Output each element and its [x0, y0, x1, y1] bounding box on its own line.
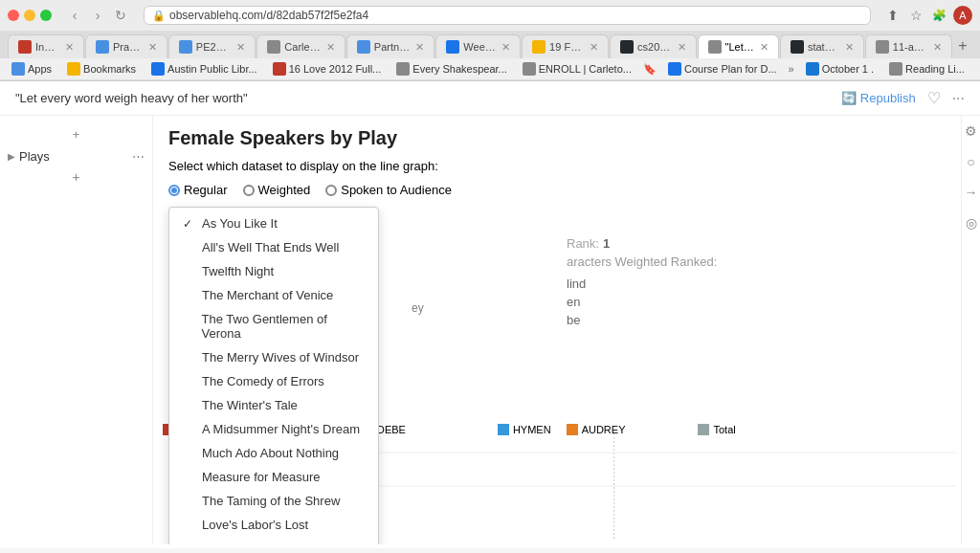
maximize-button[interactable]	[40, 10, 52, 21]
page-content: "Let every word weigh heavy of her worth…	[0, 81, 980, 548]
dropdown-item-label: The Merchant of Venice	[202, 288, 333, 302]
tab-close-icon[interactable]: ✕	[933, 41, 942, 54]
extension-icon[interactable]: 🧩	[930, 7, 947, 24]
dropdown-item-twelfth-night[interactable]: Twelfth Night	[169, 259, 378, 283]
tab-partners[interactable]: Partners... ✕	[346, 34, 435, 58]
tab-stat220[interactable]: stat220... ✕	[780, 34, 864, 58]
bookmark-shakespeare[interactable]: Every Shakespear...	[392, 61, 510, 77]
dropdown-item-label: Love's Labor's Lost	[202, 518, 308, 532]
republish-label: Republish	[860, 91, 916, 105]
sidebar-plays-item[interactable]: ▶ Plays ⋯	[0, 145, 152, 167]
sidebar-add-top[interactable]: +	[0, 123, 152, 145]
tab-close-icon[interactable]: ✕	[65, 41, 74, 54]
heart-icon[interactable]: ♡	[927, 89, 941, 107]
bookmark-october[interactable]: October 1 .	[802, 61, 878, 77]
dropdown-item-winters-tale[interactable]: The Winter's Tale	[169, 393, 378, 417]
bookmark-apps[interactable]: Apps	[8, 61, 56, 77]
tab-19func[interactable]: 19 Func... ✕	[522, 34, 609, 58]
close-button[interactable]	[8, 10, 19, 21]
dropdown-item-taming-shrew[interactable]: The Taming of the Shrew	[169, 489, 378, 513]
dropdown-item-merchant-venice[interactable]: The Merchant of Venice	[169, 283, 378, 307]
tab-label: 19 Func...	[549, 41, 584, 53]
dropdown-item-measure[interactable]: Measure for Measure	[169, 465, 378, 489]
circle2-panel-icon[interactable]: ◎	[966, 215, 977, 231]
bookmark-label: Bookmarks	[83, 63, 136, 75]
more-options-icon[interactable]: ···	[952, 90, 965, 107]
rank-label-right: Rank:	[567, 236, 599, 251]
bookmarks-icon	[67, 62, 80, 76]
toolbar-icons: ⬆ ☆ 🧩 A	[884, 6, 972, 25]
dropdown-item-label: Measure for Measure	[202, 470, 321, 484]
tab-label: Carleton...	[284, 41, 321, 53]
tab-label: stat220...	[808, 41, 839, 53]
tab-close-icon[interactable]: ✕	[678, 41, 686, 54]
video-icon	[273, 62, 286, 76]
tab-week5[interactable]: Week 5... ✕	[435, 34, 521, 58]
tab-close-icon[interactable]: ✕	[845, 41, 854, 54]
dropdown-item-merry-wives[interactable]: The Merry Wives of Windsor	[169, 345, 378, 369]
bookmark-star-icon[interactable]: ☆	[907, 7, 924, 24]
settings-panel-icon[interactable]: ⚙	[965, 123, 977, 139]
tab-close-icon[interactable]: ✕	[501, 41, 510, 54]
tab-close-icon[interactable]: ✕	[326, 41, 335, 54]
radio-spoken[interactable]: Spoken to Audience	[325, 183, 452, 197]
radio-weighted[interactable]: Weighted	[243, 183, 311, 197]
share-icon[interactable]: ⬆	[884, 7, 902, 24]
tab-practic[interactable]: Practic... ✕	[85, 34, 167, 58]
tab-carleton[interactable]: Carleton... ✕	[256, 34, 345, 58]
tab-close-icon[interactable]: ✕	[760, 41, 768, 54]
section-title: Female Speakers by Play	[168, 127, 946, 149]
refresh-button[interactable]: ↻	[111, 6, 130, 25]
dropdown-item-loves-labors[interactable]: Love's Labor's Lost	[169, 513, 378, 537]
tab-pe214b[interactable]: PE214B... ✕	[168, 34, 256, 58]
tab-11adv[interactable]: 11-adva... ✕	[865, 34, 952, 58]
list-item: en	[567, 293, 946, 311]
page-top-bar: "Let every word weigh heavy of her worth…	[0, 81, 980, 116]
sidebar-dots-icon[interactable]: ⋯	[132, 149, 145, 164]
tab-cs201[interactable]: cs201-0... ✕	[610, 34, 696, 58]
back-button[interactable]: ‹	[65, 6, 84, 25]
bookmark-library[interactable]: Austin Public Libr...	[147, 61, 261, 77]
tab-label: PE214B...	[196, 41, 232, 53]
page-top-right: 🔄 Republish ♡ ···	[841, 89, 965, 107]
bookmark-bookmarks[interactable]: Bookmarks	[63, 61, 140, 77]
dropdown-item-as-you-like-it[interactable]: ✓ As You Like It	[169, 211, 378, 235]
tab-letev[interactable]: "Let ev... ✕	[698, 34, 779, 58]
checkmark-icon: ✓	[183, 217, 196, 231]
dropdown-item-much-ado[interactable]: Much Ado About Nothing	[169, 441, 378, 465]
circle-panel-icon[interactable]: ○	[967, 154, 974, 169]
tab-close-icon[interactable]: ✕	[590, 41, 598, 54]
tab-label: 11-adva...	[893, 41, 927, 53]
dropdown-item-midsummer[interactable]: A Midsummer Night's Dream	[169, 417, 378, 441]
dropdown-item-two-gentlemen[interactable]: The Two Gentlemen of Verona	[169, 307, 378, 345]
bookmark-enroll[interactable]: ENROLL | Carleto...	[519, 61, 635, 77]
dropdown-item-comedy-errors[interactable]: The Comedy of Errors	[169, 369, 378, 393]
minimize-button[interactable]	[24, 10, 35, 21]
enroll-icon	[523, 62, 536, 76]
tab-inbox[interactable]: Inbox - ✕	[8, 34, 84, 58]
address-bar[interactable]: 🔒 observablehq.com/d/82dab57f2f5e2fa4	[144, 6, 871, 25]
bookmarks-more[interactable]: »	[789, 63, 794, 75]
bookmark-video[interactable]: 16 Love 2012 Full...	[269, 61, 386, 77]
arrow-panel-icon[interactable]: →	[965, 185, 978, 200]
radio-regular[interactable]: Regular	[168, 183, 228, 197]
tab-close-icon[interactable]: ✕	[148, 41, 157, 54]
forward-button[interactable]: ›	[88, 6, 107, 25]
tab-favicon	[620, 40, 634, 54]
bookmark-reading[interactable]: Reading Li...	[885, 61, 969, 77]
dropdown-item-label: The Two Gentlemen of Verona	[202, 312, 365, 341]
profile-icon[interactable]: A	[953, 6, 972, 25]
sidebar-add-bottom[interactable]: +	[0, 167, 152, 187]
dropdown-item-tempest[interactable]: The Tempest	[169, 537, 378, 544]
tab-add-button[interactable]: +	[953, 34, 972, 57]
dropdown-item-label: The Merry Wives of Windsor	[202, 350, 359, 365]
bookmark-spacer: 🔖	[643, 63, 657, 76]
tab-close-icon[interactable]: ✕	[236, 41, 245, 54]
republish-button[interactable]: 🔄 Republish	[841, 91, 916, 105]
expand-arrow-icon: ▶	[8, 151, 15, 162]
bookmark-reading-label: Reading Li...	[905, 63, 965, 75]
bookmark-course[interactable]: Course Plan for D...	[664, 61, 781, 77]
tab-close-icon[interactable]: ✕	[415, 41, 424, 54]
dropdown-item-alls-well[interactable]: All's Well That Ends Well	[169, 235, 378, 259]
nav-buttons: ‹ › ↻	[65, 6, 130, 25]
